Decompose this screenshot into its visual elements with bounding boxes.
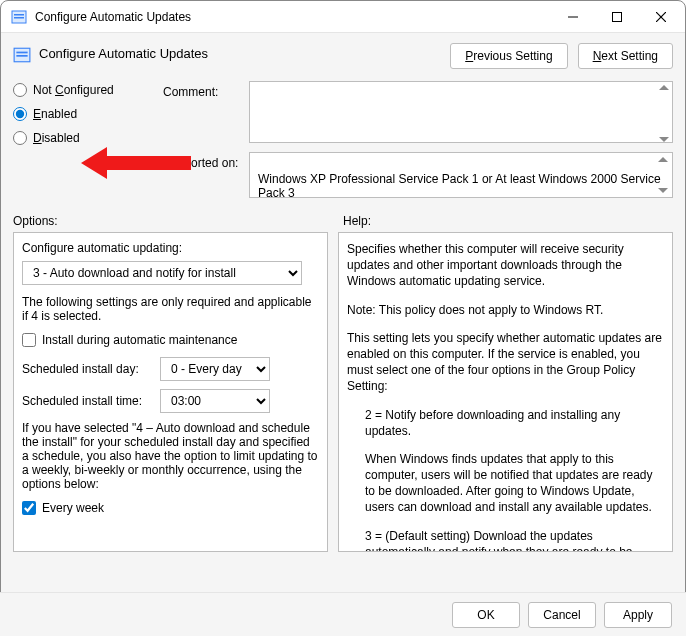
radio-disabled[interactable]: Disabled [13, 131, 163, 145]
scroll-up-icon [659, 85, 669, 90]
help-text: Note: This policy does not apply to Wind… [347, 302, 664, 318]
titlebar: Configure Automatic Updates [1, 1, 685, 33]
apply-button[interactable]: Apply [604, 602, 672, 628]
page-title: Configure Automatic Updates [39, 43, 442, 61]
close-button[interactable] [639, 2, 683, 32]
cancel-button[interactable]: Cancel [528, 602, 596, 628]
help-text: 3 = (Default setting) Download the updat… [347, 528, 664, 552]
comment-label: Comment: [163, 81, 249, 99]
sched-day-select[interactable]: 0 - Every day [160, 357, 270, 381]
help-text: 2 = Notify before downloading and instal… [347, 407, 664, 439]
options-heading: Options: [13, 214, 343, 228]
next-setting-button[interactable]: Next Setting [578, 43, 673, 69]
ok-button[interactable]: OK [452, 602, 520, 628]
scroll-up-icon [658, 157, 668, 162]
help-text: This setting lets you specify whether au… [347, 330, 664, 395]
svg-rect-1 [14, 14, 24, 16]
scroll-down-icon [658, 188, 668, 193]
supported-label: Supported on: [163, 152, 249, 170]
window-title: Configure Automatic Updates [35, 10, 551, 24]
radio-enabled-input[interactable] [13, 107, 27, 121]
options-note: The following settings are only required… [22, 295, 319, 323]
every-week-checkbox[interactable] [22, 501, 36, 515]
dialog-footer: OK Cancel Apply [0, 592, 686, 636]
scroll-down-icon [659, 137, 669, 142]
every-week-checkbox-row[interactable]: Every week [22, 501, 319, 515]
configure-updating-label: Configure automatic updating: [22, 241, 319, 255]
help-text: When Windows finds updates that apply to… [347, 451, 664, 516]
radio-disabled-input[interactable] [13, 131, 27, 145]
install-maintenance-checkbox[interactable] [22, 333, 36, 347]
policy-icon [11, 9, 27, 25]
sched-day-label: Scheduled install day: [22, 362, 150, 376]
maximize-button[interactable] [595, 2, 639, 32]
svg-rect-9 [16, 52, 27, 54]
policy-icon [13, 46, 31, 64]
radio-not-configured[interactable]: Not Configured [13, 83, 163, 97]
minimize-button[interactable] [551, 2, 595, 32]
radio-enabled[interactable]: Enabled [13, 107, 163, 121]
configure-updating-select[interactable]: 3 - Auto download and notify for install [22, 261, 302, 285]
help-panel: Specifies whether this computer will rec… [338, 232, 673, 552]
options-paragraph: If you have selected "4 – Auto download … [22, 421, 319, 491]
svg-rect-4 [613, 12, 622, 21]
comment-textarea[interactable] [249, 81, 673, 143]
supported-on-box: Windows XP Professional Service Pack 1 o… [249, 152, 673, 198]
previous-setting-button[interactable]: Previous Setting [450, 43, 567, 69]
install-maintenance-checkbox-row[interactable]: Install during automatic maintenance [22, 333, 319, 347]
help-heading: Help: [343, 214, 371, 228]
help-text: Specifies whether this computer will rec… [347, 241, 664, 290]
svg-rect-2 [14, 17, 24, 19]
sched-time-select[interactable]: 03:00 [160, 389, 270, 413]
sched-time-label: Scheduled install time: [22, 394, 150, 408]
radio-not-configured-input[interactable] [13, 83, 27, 97]
svg-rect-10 [16, 55, 27, 57]
options-panel: Configure automatic updating: 3 - Auto d… [13, 232, 328, 552]
